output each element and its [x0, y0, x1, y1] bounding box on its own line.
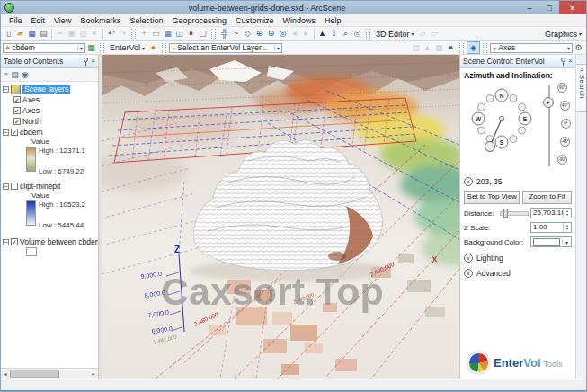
menu-view[interactable]: View [49, 16, 76, 25]
window-icon[interactable]: ▢ [197, 29, 209, 40]
lighting-section-toggle[interactable]: ∨ Lighting [464, 254, 572, 263]
toolbar-grip[interactable] [483, 43, 487, 53]
list-by-source-icon[interactable]: ▤ [11, 71, 19, 79]
forward-extent-icon[interactable]: ▸ [300, 29, 312, 40]
visibility-checkbox[interactable]: ✓ [13, 107, 21, 114]
distance-slider[interactable] [500, 211, 529, 216]
inclination-tick-45[interactable]: 45° [560, 101, 570, 111]
spin-down-icon[interactable]: ▾ [564, 213, 571, 217]
toolbar-grip[interactable] [211, 29, 216, 39]
identify-icon[interactable]: ℹ [328, 29, 340, 40]
menu-edit[interactable]: Edit [27, 16, 50, 25]
save-icon[interactable]: ▦ [26, 29, 38, 40]
toc-layer-axes-2[interactable]: ✓ Axes [13, 105, 98, 116]
list-by-drawing-order-icon[interactable]: ≡ [4, 71, 8, 79]
paste-icon[interactable]: ▥ [77, 29, 89, 40]
toc-layer-clipt-minepit[interactable]: − clipt-minepit [3, 181, 98, 192]
undo-icon[interactable]: ↶ [105, 29, 117, 40]
toolbar-grip[interactable] [162, 43, 166, 53]
fly-icon[interactable]: ~ [230, 29, 242, 40]
edit-sketch-icon[interactable]: ▱ [417, 29, 429, 40]
menu-windows[interactable]: Windows [279, 16, 321, 25]
distance-slider-handle[interactable] [503, 209, 508, 218]
3d-scene[interactable]: Z 9,000.0 8,000.0 7,000.0 6,000.0 1,482,… [102, 55, 459, 379]
inclination-tick-0[interactable]: 0° [561, 119, 571, 129]
scroll-thumb[interactable] [10, 370, 59, 378]
set-to-top-view-button[interactable]: Set to Top View [464, 191, 520, 204]
distance-input[interactable]: 25,703.16 ▴▾ [530, 208, 572, 218]
scene-viewport[interactable]: Z 9,000.0 8,000.0 7,000.0 6,000.0 1,482,… [102, 55, 459, 379]
menu-help[interactable]: Help [320, 16, 346, 25]
visibility-checkbox[interactable]: ✓ [13, 96, 21, 103]
entervol-menu-button[interactable]: EnterVol▾ [107, 43, 147, 52]
collapse-icon[interactable]: − [3, 183, 9, 190]
menu-selection[interactable]: Selection [125, 16, 167, 25]
open-folder-icon[interactable]: ▰ [14, 29, 26, 40]
add-to-scene-button[interactable]: ▦ [85, 42, 97, 53]
point-tool-icon[interactable]: ● [445, 42, 457, 53]
axes-combo[interactable]: ● Axes ▾ [490, 43, 573, 53]
toc-layer-volume-between[interactable]: − ✓ Volume between cbdem a [3, 236, 98, 247]
menu-file[interactable]: File [4, 16, 27, 25]
inclination-tick-neg45[interactable]: -45° [560, 137, 570, 147]
scroll-right-icon[interactable]: ▸ [89, 371, 98, 377]
azimuth-handle[interactable] [485, 142, 495, 152]
menu-geoprocessing[interactable]: Geoprocessing [167, 16, 231, 25]
collapse-icon[interactable]: − [3, 239, 9, 245]
find-icon[interactable]: ⌕ [340, 29, 351, 40]
pin-icon[interactable] [82, 58, 88, 66]
toc-root-scene-layers[interactable]: − Scene layers [3, 84, 98, 94]
tin-tool-icon[interactable]: ▲ [422, 42, 433, 53]
inclination-tick-90[interactable]: 90° [557, 83, 567, 93]
inclination-handle[interactable]: ▸ [543, 97, 554, 108]
select-entervol-layer-combo[interactable]: ● Select an EnterVol Layer... ▾ [169, 43, 282, 53]
layer-combo[interactable]: ◈ cbdem ▾ [3, 43, 85, 53]
center-target-icon[interactable]: ◇ [242, 29, 253, 40]
viewer-window-icon[interactable]: ▦ [162, 29, 173, 40]
visibility-checkbox[interactable] [11, 183, 18, 190]
z-scale-input[interactable]: 1.00 ▴▾ [530, 222, 572, 233]
edit-vertices-icon[interactable]: ▱ [429, 29, 440, 40]
inclination-slider[interactable]: 90° 45° 0° -45° -90° ▸ [541, 82, 572, 172]
azimuth-compass-dial[interactable]: N E S W [466, 82, 541, 156]
back-extent-icon[interactable]: ◂ [289, 29, 300, 40]
close-button[interactable]: × [559, 1, 586, 14]
inclination-tick-neg90[interactable]: -90° [557, 155, 567, 165]
close-panel-icon[interactable]: × [568, 58, 573, 65]
spin-down-icon[interactable]: ▾ [564, 227, 571, 231]
redo-icon[interactable]: ↷ [117, 29, 129, 40]
toc-layer-north[interactable]: ✓ North [13, 116, 98, 127]
print-icon[interactable]: ▤ [38, 29, 49, 40]
cut-icon[interactable]: ✂ [54, 29, 66, 40]
toolbar-grip[interactable] [131, 29, 136, 39]
new-document-icon[interactable]: ▯ [3, 29, 14, 40]
add-data-icon[interactable]: + [138, 29, 150, 40]
list-by-visibility-icon[interactable]: ◉ [22, 71, 29, 79]
locate-icon[interactable]: ◎ [351, 29, 363, 40]
toc-horizontal-scrollbar[interactable]: ◂ ▸ [1, 368, 98, 379]
toolbar-grip[interactable] [459, 43, 464, 53]
visibility-checkbox[interactable]: ✓ [11, 129, 18, 136]
toolbar-grip[interactable] [100, 43, 104, 53]
entervol-status-icon[interactable]: ● [147, 42, 159, 53]
delete-icon[interactable]: × [89, 29, 101, 40]
active-scene-control-tool[interactable]: ◈ [467, 41, 480, 54]
zoom-in-icon[interactable]: ⊕ [253, 29, 265, 40]
graphics-dropdown[interactable]: Graphics▾ [542, 30, 584, 39]
navigate-icon[interactable]: ╬ [218, 29, 230, 40]
raster-tool-icon[interactable]: ▦ [433, 42, 445, 53]
visibility-checkbox[interactable]: ✓ [11, 238, 18, 245]
3d-editor-dropdown[interactable]: 3D Editor▾ [373, 30, 417, 39]
collapse-icon[interactable]: − [3, 129, 9, 136]
menu-customize[interactable]: Customize [231, 16, 279, 25]
zoom-out-icon[interactable]: ⊖ [265, 29, 277, 40]
select-graphics-icon[interactable]: ▲ [316, 29, 328, 40]
menu-bookmarks[interactable]: Bookmarks [76, 16, 125, 25]
background-color-dropdown[interactable]: ▾ [530, 236, 572, 247]
advanced-section-toggle[interactable]: ∨ Advanced [464, 269, 572, 278]
zoom-to-fit-button[interactable]: Zoom to Fit [522, 191, 572, 204]
search-tab[interactable]: ⌕ Search [576, 64, 587, 112]
lighting-chevron-icon[interactable]: ∨ [464, 254, 473, 263]
settings-gear-icon[interactable]: ⚙ [573, 42, 584, 53]
pin-icon[interactable] [559, 58, 565, 66]
